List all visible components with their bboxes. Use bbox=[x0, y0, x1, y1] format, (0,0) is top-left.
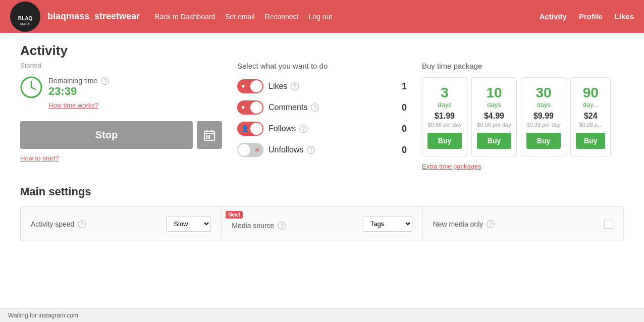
pkg-30-days-num: 30 bbox=[526, 85, 561, 101]
media-source-help[interactable]: ? bbox=[278, 222, 286, 230]
pkg-10-days-num: 10 bbox=[477, 85, 511, 101]
svg-line-5 bbox=[31, 87, 35, 89]
activity-speed-label: Activity speed ? bbox=[31, 220, 86, 228]
activity-speed-help[interactable]: ? bbox=[78, 220, 86, 228]
pkg-10-per-day: $0.50 per day bbox=[477, 122, 511, 128]
pkg-10-price: $4.99 bbox=[477, 112, 511, 121]
username: blaqmass_streetwear bbox=[47, 11, 140, 22]
follows-toggle-icon: 👤 bbox=[241, 125, 249, 132]
remaining-time-row: Remaining time ? 23:39 bbox=[20, 76, 222, 98]
new-media-only-help[interactable]: ? bbox=[487, 220, 495, 228]
main-content: Activity Started Remaining time ? 23:39 bbox=[0, 33, 644, 322]
activity-row-unfollows: ✕ Unfollows ? 0 bbox=[237, 143, 407, 157]
buy-30-button[interactable]: Buy bbox=[526, 133, 561, 149]
setting-cell-new-media-only: New media only ? bbox=[423, 207, 623, 241]
clock-icon bbox=[20, 76, 42, 98]
set-email-link[interactable]: Set email bbox=[225, 13, 254, 21]
pkg-30-price: $9.99 bbox=[526, 112, 561, 121]
remaining-label: Remaining time ? bbox=[48, 77, 109, 85]
new-media-only-checkbox[interactable] bbox=[604, 220, 613, 229]
back-to-dashboard-link[interactable]: Back to Dashboard bbox=[155, 13, 215, 21]
comments-toggle-icon: ♥ bbox=[241, 104, 245, 111]
comments-help[interactable]: ? bbox=[311, 103, 319, 112]
new-media-only-label: New media only ? bbox=[433, 220, 495, 228]
activity-nav-link[interactable]: Activity bbox=[540, 12, 567, 21]
svg-rect-10 bbox=[206, 135, 207, 137]
svg-rect-12 bbox=[206, 137, 207, 139]
calendar-button[interactable] bbox=[197, 121, 222, 149]
unfollows-help[interactable]: ? bbox=[307, 146, 315, 154]
package-10days: 10 days $4.99 $0.50 per day Buy bbox=[471, 77, 517, 156]
pkg-90-days-label: day... bbox=[576, 101, 605, 109]
svg-text:MASS: MASS bbox=[20, 22, 30, 26]
media-source-label: Media source ? bbox=[232, 222, 286, 230]
new-badge: New! bbox=[226, 211, 243, 219]
follows-label: Follows ? bbox=[269, 124, 387, 133]
activity-row-follows: 👤 Follows ? 0 bbox=[237, 122, 407, 136]
pkg-90-price: $24 bbox=[576, 112, 605, 121]
comments-label: Comments ? bbox=[269, 103, 387, 112]
follows-toggle[interactable]: 👤 bbox=[237, 122, 263, 136]
header-right-nav: Activity Profile Likes bbox=[540, 12, 634, 21]
unfollows-toggle[interactable]: ✕ bbox=[237, 143, 263, 157]
media-source-select[interactable]: Tags Location Followers bbox=[363, 216, 412, 232]
middle-panel: Select what you want to do ♥ Likes ? 1 ♥ bbox=[222, 62, 422, 164]
package-90days: 90 day... $24 $0.28 p... Buy bbox=[570, 77, 611, 156]
started-label: Started bbox=[20, 62, 222, 69]
setting-cell-media-source: New! Media source ? Tags Location Follow… bbox=[222, 207, 422, 241]
unfollows-toggle-icon: ✕ bbox=[254, 146, 260, 154]
buy-90-button[interactable]: Buy bbox=[576, 133, 605, 149]
remaining-time-help[interactable]: ? bbox=[101, 77, 109, 85]
follows-help[interactable]: ? bbox=[299, 125, 307, 133]
how-to-start-link[interactable]: How to start? bbox=[20, 154, 59, 162]
header-nav: Back to Dashboard Set email Reconnect Lo… bbox=[155, 13, 540, 21]
pkg-3-days-label: days bbox=[427, 101, 462, 109]
pkg-90-days-num: 90 bbox=[576, 85, 605, 101]
pkg-30-days-label: days bbox=[526, 101, 561, 109]
profile-nav-link[interactable]: Profile bbox=[579, 12, 603, 21]
comments-toggle[interactable]: ♥ bbox=[237, 100, 263, 115]
likes-label: Likes ? bbox=[269, 82, 387, 91]
pkg-10-days-label: days bbox=[477, 101, 511, 109]
remaining-time-value: 23:39 bbox=[48, 85, 109, 98]
page-title: Activity bbox=[20, 43, 624, 59]
svg-text:BLAQ: BLAQ bbox=[18, 16, 33, 21]
packages-row: 3 days $1.99 $0.66 per day Buy 10 days $… bbox=[422, 77, 624, 156]
extra-time-link[interactable]: Extra time packages bbox=[422, 163, 624, 170]
left-panel: Started Remaining time ? 23:39 How time … bbox=[20, 62, 222, 162]
likes-toggle[interactable]: ♥ bbox=[237, 79, 263, 93]
status-bar: Waiting for instagram.com bbox=[0, 308, 644, 322]
settings-title: Main settings bbox=[20, 185, 624, 198]
header: BLAQ MASS blaqmass_streetwear Back to Da… bbox=[0, 0, 644, 33]
activity-speed-select[interactable]: Slow Medium Fast bbox=[166, 216, 211, 232]
setting-cell-activity-speed: Activity speed ? Slow Medium Fast bbox=[21, 207, 222, 241]
log-out-link[interactable]: Log out bbox=[308, 13, 332, 21]
stop-button[interactable]: Stop bbox=[20, 121, 193, 149]
how-time-works-link[interactable]: How time works? bbox=[48, 101, 222, 109]
right-panel: Buy time package 3 days $1.99 $0.66 per … bbox=[422, 62, 624, 170]
pkg-3-per-day: $0.66 per day bbox=[427, 122, 462, 128]
remaining-time-info: Remaining time ? 23:39 bbox=[48, 77, 109, 98]
svg-rect-11 bbox=[208, 135, 210, 137]
pkg-3-days-num: 3 bbox=[427, 85, 462, 101]
buy-label: Buy time package bbox=[422, 62, 624, 70]
status-text: Waiting for instagram.com bbox=[8, 312, 78, 319]
svg-rect-13 bbox=[208, 137, 210, 139]
likes-help[interactable]: ? bbox=[291, 82, 299, 90]
activity-row-likes: ♥ Likes ? 1 bbox=[237, 79, 407, 93]
buy-3-button[interactable]: Buy bbox=[427, 133, 462, 149]
activity-row-comments: ♥ Comments ? 0 bbox=[237, 100, 407, 115]
unfollows-count: 0 bbox=[392, 145, 407, 155]
top-section: Started Remaining time ? 23:39 How time … bbox=[20, 62, 624, 170]
likes-toggle-icon: ♥ bbox=[241, 83, 245, 90]
unfollows-label: Unfollows ? bbox=[269, 145, 387, 154]
package-3days: 3 days $1.99 $0.66 per day Buy bbox=[422, 77, 467, 156]
select-label: Select what you want to do bbox=[237, 62, 407, 70]
stop-row: Stop bbox=[20, 121, 222, 149]
package-30days: 30 days $9.99 $0.33 per day Buy bbox=[521, 77, 566, 156]
reconnect-link[interactable]: Reconnect bbox=[265, 13, 299, 21]
likes-count: 1 bbox=[392, 81, 407, 92]
comments-count: 0 bbox=[392, 102, 407, 113]
likes-nav-link[interactable]: Likes bbox=[615, 12, 634, 21]
buy-10-button[interactable]: Buy bbox=[477, 133, 511, 149]
